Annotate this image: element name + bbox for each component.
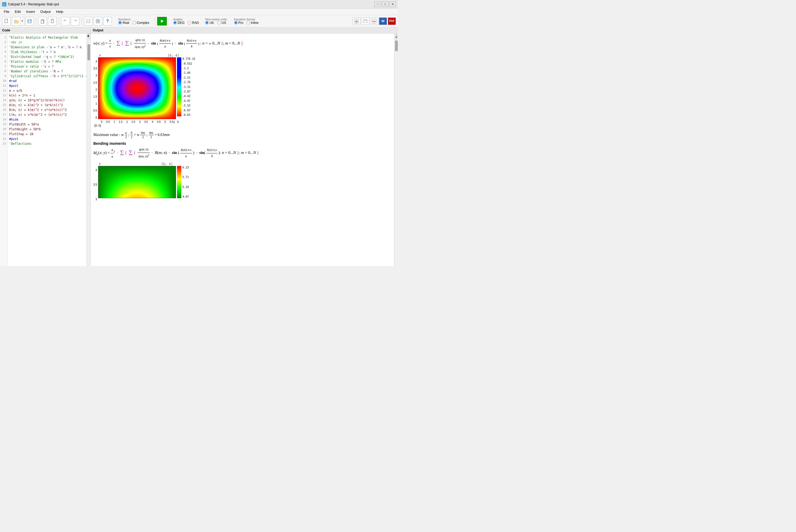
y-label-2: 2 [95, 88, 97, 91]
app-icon: C [2, 2, 6, 6]
plot-container-1: [6; 4] 4 3.5 3 2.5 2 1.5 1 0.5 0 [93, 54, 195, 127]
export-pdf-button[interactable]: PDF [370, 17, 378, 25]
plot-container-2: [6; 4] 4 3.5 3 y [93, 162, 189, 201]
nonmetric-group: Non-metric units: UK US [205, 18, 227, 25]
minimize-button[interactable]: ─ [374, 2, 381, 7]
radio-inline[interactable]: Inline [246, 21, 259, 25]
plot2-coords: [6; 4] [93, 162, 173, 166]
radio-uk[interactable]: UK [205, 21, 214, 25]
radio-us[interactable]: US [217, 21, 226, 25]
code-line-13: k(n) = 2*n + 1 [9, 94, 35, 97]
calc-button[interactable] [94, 17, 102, 25]
max-value: Maximum value - w a 2 ; b 2 = w 6m 2 [93, 131, 392, 139]
export-word-button[interactable]: W [379, 17, 387, 25]
cb1-val-4: -1.66 [182, 71, 195, 74]
redo-button[interactable] [71, 17, 79, 25]
close-button[interactable]: ✕ [390, 2, 396, 7]
svg-text:C: C [3, 3, 5, 6]
export-extra-button[interactable]: PDF [388, 17, 396, 25]
export-buttons: 💾 PDF W PDF [353, 17, 396, 25]
code-content[interactable]: "Elastic Analysis of Rectangular Slab '<… [7, 34, 87, 266]
new-button[interactable] [2, 17, 11, 25]
x-axis-ticks-1: 00.511.522.533.544.555.56 [101, 120, 178, 124]
y2-label-35: 3.5 [93, 183, 97, 186]
image-button[interactable] [84, 17, 93, 25]
code-line-2: '<hr /> [9, 40, 22, 44]
paste-button[interactable] [48, 17, 57, 25]
y-axis-label: y [99, 54, 100, 57]
radio-real[interactable]: Real [118, 21, 129, 25]
plot1-canvas [98, 57, 176, 119]
title-bar: C Calcpad 5.4 - Rectangular Slab.cpd ─ □… [0, 0, 398, 8]
radio-inline-input[interactable] [246, 21, 250, 24]
radio-pro-input[interactable] [234, 21, 238, 24]
svg-rect-23 [364, 22, 367, 23]
open-button[interactable] [12, 17, 20, 25]
radio-deg[interactable]: DEG [173, 21, 185, 25]
cb1-val-8: -3.87 [182, 90, 195, 93]
code-line-19: PlotWidth = 50*a [9, 122, 39, 126]
menu-output[interactable]: Output [38, 9, 53, 14]
radio-complex-input[interactable] [132, 21, 136, 24]
radio-pro[interactable]: Pro [234, 21, 244, 25]
window-title: Calcpad 5.4 - Rectangular Slab.cpd [8, 2, 59, 6]
svg-text:PDF: PDF [373, 21, 376, 22]
y2-label-4: 4 [95, 169, 97, 172]
cb1-val-5: -2.21 [182, 76, 195, 79]
cb1-val-1: 9.77E-15 [182, 57, 195, 60]
run-button[interactable] [157, 17, 167, 25]
svg-marker-18 [161, 20, 164, 23]
y-label-35: 3.5 [93, 67, 97, 70]
cb1-val-13: -6.63 [182, 113, 195, 116]
bending-section: Bending moments [93, 141, 392, 146]
numbers-group: Numbers: Real Complex [118, 18, 149, 25]
save-button[interactable] [25, 17, 34, 25]
svg-text:💾: 💾 [355, 20, 358, 23]
copy-button[interactable] [38, 17, 47, 25]
output-content[interactable]: w(x; y) = a π · ∑ { ∑ { q(m; n) A(m; n)2… [91, 34, 394, 266]
cb2-val-2: 5.71 [182, 176, 189, 178]
svg-rect-8 [51, 20, 54, 23]
menu-insert[interactable]: Insert [23, 9, 38, 14]
radio-real-input[interactable] [118, 21, 122, 24]
radio-complex[interactable]: Complex [132, 21, 149, 25]
menu-file[interactable]: File [1, 9, 12, 14]
code-line-8: 'Number of itarations -'N = ? [9, 70, 63, 73]
open-dropdown[interactable]: ▼ [20, 17, 24, 25]
y-label-3: 3 [95, 74, 97, 77]
undo-button[interactable] [61, 17, 70, 25]
radio-us-input[interactable] [217, 21, 221, 24]
angles-label: Angles: [173, 18, 199, 21]
help-button[interactable]: ? [103, 17, 112, 25]
radio-uk-input[interactable] [205, 21, 209, 24]
eqformat-group: Equation format: Pro Inline [234, 18, 259, 25]
code-line-9: 'Cylindrical siffness -'D = E*t^3/(12*(1… [9, 74, 87, 78]
code-scrollbar[interactable]: ▲ [87, 34, 90, 266]
scroll-thumb[interactable] [88, 44, 90, 60]
y-label-4: 4 [95, 60, 97, 63]
code-line-17: C(m; n) = v*k(m)^2 + (α*k(n))^2 [9, 113, 67, 117]
output-scrollbar[interactable]: ▲ ▼ [394, 34, 398, 266]
menu-help[interactable]: Help [53, 9, 66, 14]
print-button[interactable] [361, 17, 369, 25]
code-line-5: 'Distributed load -'q = ? *(kN/m^2) [9, 55, 74, 59]
radio-deg-input[interactable] [173, 21, 177, 24]
maximize-button[interactable]: □ [382, 2, 388, 7]
svg-rect-5 [28, 21, 31, 23]
output-scroll-thumb[interactable] [395, 40, 398, 51]
code-line-23: 'Deflections [9, 142, 31, 146]
radio-rad-input[interactable] [188, 21, 191, 24]
code-line-14: q(m; n) = 16*q/π^2/(k(m)*k(n)) [9, 98, 65, 102]
y-label-25: 2.5 [93, 81, 97, 84]
svg-rect-4 [29, 19, 30, 21]
save-html-button[interactable]: 💾 [353, 17, 360, 25]
code-line-6: 'Elastic modulus -'E = ? MPa [9, 60, 61, 63]
radio-rad[interactable]: RAD [188, 21, 199, 25]
svg-rect-17 [98, 21, 99, 22]
y-label-15: 1.5 [93, 95, 97, 98]
y-label-05: 0.5 [93, 109, 97, 112]
code-line-11: #post [9, 84, 19, 88]
code-line-15: A(m; n) = k(m)^2 + (α*k(n))^2 [9, 103, 63, 107]
code-area[interactable]: 1 2 3 4 5 6 7 8 9 10 11 12 13 14 15 16 1… [0, 34, 90, 266]
menu-edit[interactable]: Edit [12, 9, 23, 14]
